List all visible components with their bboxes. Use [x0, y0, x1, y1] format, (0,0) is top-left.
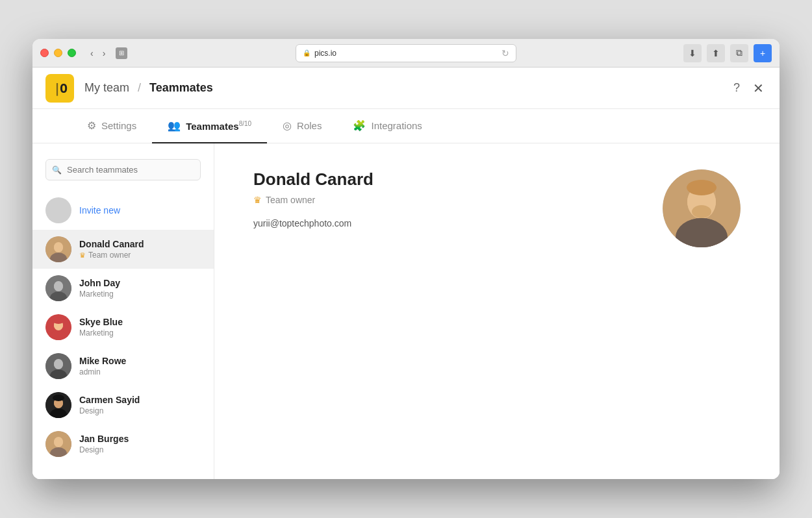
list-item[interactable]: John Day Marketing	[32, 269, 214, 308]
close-button[interactable]	[40, 49, 49, 57]
avatar	[45, 236, 71, 262]
search-input[interactable]	[45, 159, 201, 180]
avatar-svg	[45, 392, 71, 418]
svg-point-25	[54, 438, 63, 447]
teammate-name: Jan Burges	[79, 434, 201, 444]
app-header: |O My team / Teammates ? ✕	[32, 68, 780, 109]
avatar	[45, 392, 71, 418]
integrations-icon: 🧩	[353, 119, 366, 132]
teammate-name: Donald Canard	[79, 239, 201, 249]
teammate-info: Skye Blue Marketing	[79, 317, 201, 338]
share-icon[interactable]: ⬆	[707, 44, 725, 62]
avatar-svg	[45, 236, 71, 262]
detail-email: yurii@toptechphoto.com	[253, 218, 663, 228]
teammates-badge: 8/10	[239, 120, 251, 127]
breadcrumb: My team / Teammates	[84, 81, 213, 95]
detail-name: Donald Canard	[253, 169, 663, 190]
url-bar[interactable]: 🔒 pics.io ↻	[296, 44, 516, 62]
forward-button[interactable]: ›	[99, 45, 110, 61]
teammate-role: Marketing	[79, 290, 201, 299]
teammate-name: Skye Blue	[79, 317, 201, 327]
new-tab-icon[interactable]: +	[754, 44, 772, 62]
teammate-role: Design	[79, 406, 201, 415]
teammate-role: ♛ Team owner	[79, 251, 201, 260]
search-icon: 🔍	[52, 166, 62, 175]
teammate-info: Carmen Sayid Design	[79, 395, 201, 415]
teammate-list-panel: 🔍 Invite new	[32, 143, 214, 479]
avatar-svg	[45, 314, 71, 340]
svg-point-16	[54, 360, 63, 369]
detail-header: Donald Canard ♛ Team owner yurii@toptech…	[253, 169, 741, 247]
url-text: pics.io	[314, 49, 336, 58]
detail-role: ♛ Team owner	[253, 195, 663, 205]
list-item[interactable]: Donald Canard ♛ Team owner	[32, 230, 214, 269]
window-icon: ⊞	[116, 47, 127, 59]
download-icon[interactable]: ⬇	[683, 44, 702, 62]
avatar	[45, 314, 71, 340]
svg-point-7	[54, 282, 63, 291]
app-logo: |O	[45, 74, 74, 103]
teammate-name: Carmen Sayid	[79, 395, 201, 405]
tab-integrations-label: Integrations	[371, 120, 422, 131]
close-panel-button[interactable]: ✕	[750, 78, 767, 99]
svg-point-21	[53, 395, 64, 401]
tab-teammates[interactable]: 👥 Teammates8/10	[152, 109, 267, 143]
titlebar-right: ⬇ ⬆ ⧉ +	[683, 44, 772, 62]
app-window: ‹ › ⊞ 🔒 pics.io ↻ ⬇ ⬆ ⧉ + |O My team	[32, 39, 780, 479]
traffic-lights	[40, 49, 76, 57]
breadcrumb-current: Teammates	[149, 81, 213, 94]
app-content: |O My team / Teammates ? ✕ ⚙ Settings 👥	[32, 68, 780, 479]
maximize-button[interactable]	[68, 49, 76, 57]
svg-point-30	[692, 205, 711, 218]
avatar	[45, 353, 71, 379]
teammate-detail-panel: Donald Canard ♛ Team owner yurii@toptech…	[214, 143, 780, 479]
svg-point-3	[54, 243, 63, 252]
svg-point-31	[687, 180, 717, 195]
teammate-role: Design	[79, 445, 201, 454]
svg-point-12	[53, 317, 64, 324]
invite-label: Invite new	[79, 205, 120, 216]
list-item[interactable]: Skye Blue Marketing	[32, 308, 214, 347]
crown-icon: ♛	[79, 251, 86, 260]
logo-text: |O	[53, 80, 66, 96]
teammate-info: Jan Burges Design	[79, 434, 201, 454]
back-button[interactable]: ‹	[86, 45, 97, 61]
tab-integrations[interactable]: 🧩 Integrations	[337, 109, 437, 143]
invite-new-row[interactable]: Invite new	[32, 191, 214, 230]
breadcrumb-sep: /	[138, 81, 144, 94]
header-actions: ? ✕	[731, 78, 767, 99]
detail-info: Donald Canard ♛ Team owner yurii@toptech…	[253, 169, 663, 228]
teammate-info: John Day Marketing	[79, 278, 201, 299]
search-box: 🔍	[45, 159, 201, 180]
main-content: 🔍 Invite new	[32, 143, 780, 479]
minimize-button[interactable]	[54, 49, 62, 57]
detail-role-text: Team owner	[266, 195, 315, 205]
settings-icon: ⚙	[87, 119, 96, 132]
help-button[interactable]: ?	[731, 79, 742, 97]
list-item[interactable]: Mike Rowe admin	[32, 347, 214, 386]
nav-buttons: ‹ ›	[86, 45, 109, 61]
teammate-name: Mike Rowe	[79, 356, 201, 366]
tab-icon[interactable]: ⧉	[730, 44, 748, 62]
lock-icon: 🔒	[303, 49, 311, 56]
avatar	[45, 431, 71, 457]
invite-avatar	[45, 197, 71, 223]
avatar-svg	[45, 275, 71, 301]
tab-settings[interactable]: ⚙ Settings	[71, 109, 152, 143]
tabs-bar: ⚙ Settings 👥 Teammates8/10 ◎ Roles 🧩 Int…	[32, 109, 780, 143]
teammate-info: Mike Rowe admin	[79, 356, 201, 376]
list-item[interactable]: Carmen Sayid Design	[32, 386, 214, 425]
list-item[interactable]: Jan Burges Design	[32, 425, 214, 463]
teammate-info: Donald Canard ♛ Team owner	[79, 239, 201, 260]
roles-icon: ◎	[283, 119, 292, 132]
avatar	[45, 275, 71, 301]
detail-avatar	[663, 169, 741, 247]
breadcrumb-root[interactable]: My team	[84, 81, 129, 94]
reload-icon[interactable]: ↻	[501, 48, 509, 58]
detail-avatar-svg	[663, 169, 741, 247]
detail-crown-icon: ♛	[253, 195, 262, 205]
teammates-icon: 👥	[168, 119, 181, 132]
teammate-role: admin	[79, 367, 201, 376]
tab-teammates-label: Teammates8/10	[186, 120, 251, 132]
tab-roles[interactable]: ◎ Roles	[267, 109, 337, 143]
